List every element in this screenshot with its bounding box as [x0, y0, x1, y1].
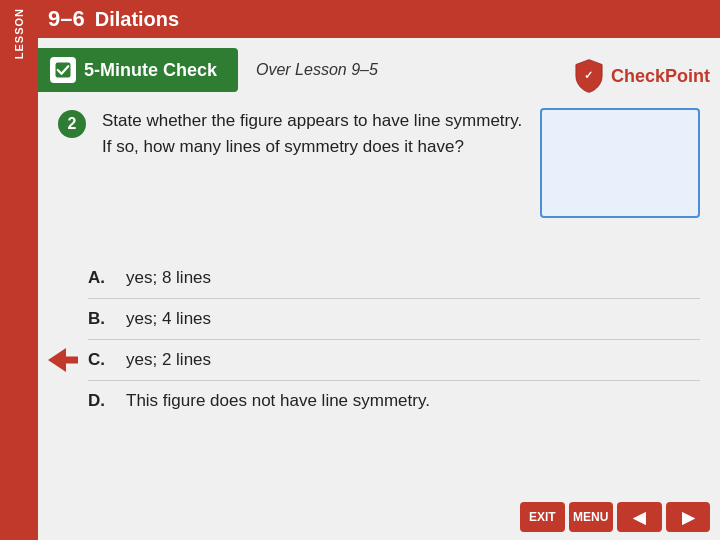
answer-row-d[interactable]: D. This figure does not have line symmet… [58, 381, 700, 421]
prev-button[interactable]: ◀ [617, 502, 662, 532]
answer-text-c: yes; 2 lines [126, 350, 211, 370]
lesson-number: 9–6 [48, 6, 85, 32]
answers-area: A. yes; 8 lines B. yes; 4 lines C. yes; … [58, 258, 700, 421]
answer-arrow-c [48, 348, 78, 372]
lesson-title: Dilations [95, 8, 179, 31]
answer-letter-d: D. [88, 391, 112, 411]
exit-button[interactable]: EXIT [520, 502, 565, 532]
svg-text:✓: ✓ [584, 69, 593, 81]
checkpoint-logo: ✓ CheckPoint [571, 58, 710, 94]
side-banner: LESSON [0, 0, 38, 540]
checkpoint-shield-icon: ✓ [571, 58, 607, 94]
five-min-label: 5-Minute Check [84, 60, 217, 81]
answer-letter-b: B. [88, 309, 112, 329]
five-minute-check-badge: 5-Minute Check [38, 48, 238, 92]
checkpoint-text: CheckPoint [611, 66, 710, 87]
top-header: 9–6 Dilations [38, 0, 720, 38]
answer-letter-c: C. [88, 350, 112, 370]
bottom-nav: EXIT MENU ◀ ▶ [520, 500, 720, 540]
next-button[interactable]: ▶ [666, 502, 711, 532]
check-icon [50, 57, 76, 83]
lesson-label: LESSON [0, 0, 38, 540]
five-min-bar: 5-Minute Check Over Lesson 9–5 ✓ CheckPo… [38, 48, 720, 92]
question-number-badge: 2 [58, 110, 86, 138]
question-text: State whether the figure appears to have… [102, 108, 524, 159]
answer-row-a[interactable]: A. yes; 8 lines [58, 258, 700, 298]
answer-letter-a: A. [88, 268, 112, 288]
answer-text-a: yes; 8 lines [126, 268, 211, 288]
answer-text-d: This figure does not have line symmetry. [126, 391, 430, 411]
figure-box [540, 108, 700, 218]
main-content: 5-Minute Check Over Lesson 9–5 ✓ CheckPo… [38, 38, 720, 540]
answer-row-b[interactable]: B. yes; 4 lines [58, 299, 700, 339]
answer-row-c[interactable]: C. yes; 2 lines [58, 340, 700, 380]
question-area: 2 State whether the figure appears to ha… [58, 108, 700, 218]
over-lesson-text: Over Lesson 9–5 [256, 61, 378, 79]
answer-text-b: yes; 4 lines [126, 309, 211, 329]
lesson-label-text: LESSON [13, 8, 25, 59]
menu-button[interactable]: MENU [569, 502, 614, 532]
